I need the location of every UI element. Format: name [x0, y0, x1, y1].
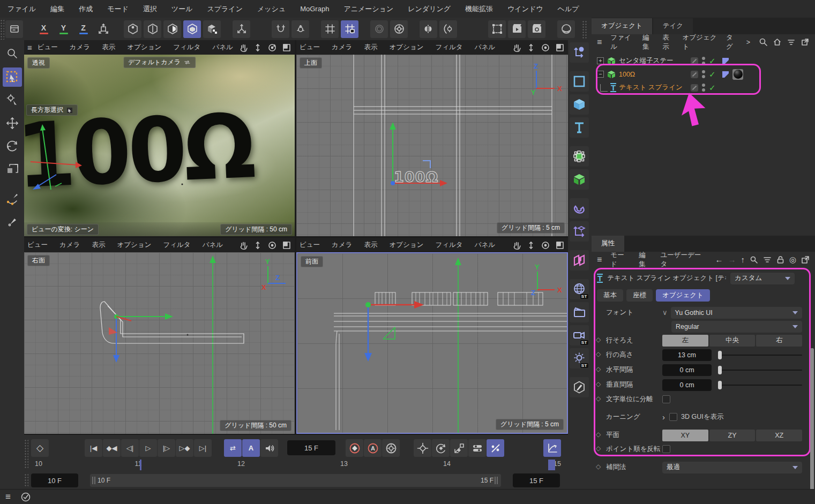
add-spline-icon[interactable]: [570, 71, 589, 92]
axis-lock-z-button[interactable]: Z: [74, 20, 92, 38]
viewport-menu-item[interactable]: カメラ: [332, 240, 352, 250]
transport-button[interactable]: ◆◀: [103, 439, 121, 457]
menubar-item[interactable]: 作成: [79, 4, 93, 14]
visibility-dots[interactable]: [702, 57, 705, 65]
object-name[interactable]: センタ端子ステー: [619, 56, 673, 65]
viewport-menu-item[interactable]: ビュー: [300, 240, 320, 250]
transport-button[interactable]: |◀: [85, 439, 102, 457]
viewport-top-canvas[interactable]: 100Ω Z X Y 上面 グリッド間隔 : 5: [296, 55, 568, 236]
viewport-front[interactable]: ビューカメラ表示オプションフィルタパネル: [296, 238, 568, 434]
add-stage-icon[interactable]: [570, 302, 589, 322]
timeline-playhead[interactable]: [140, 460, 141, 470]
enable-axis-icon[interactable]: [233, 20, 250, 38]
expand-icon[interactable]: +: [597, 57, 604, 64]
current-frame-field[interactable]: 15 F: [287, 440, 335, 455]
snap-settings-gear-icon[interactable]: [291, 20, 309, 38]
enable-check-icon[interactable]: ✓: [709, 70, 716, 79]
preset-dropdown[interactable]: カスタム: [730, 273, 795, 284]
viewport-menu-item[interactable]: 表示: [92, 240, 105, 250]
snap-magnet-icon[interactable]: [272, 20, 289, 38]
toggle-single-view-icon[interactable]: [555, 240, 565, 250]
toggle-single-view-icon[interactable]: [282, 43, 291, 52]
separate-checkbox[interactable]: [662, 395, 670, 403]
sound-button[interactable]: [260, 439, 278, 457]
add-light-icon[interactable]: ST: [570, 348, 589, 368]
target-icon[interactable]: ◎: [789, 255, 796, 265]
orbit-icon[interactable]: [541, 240, 550, 250]
plane-xz-button[interactable]: XZ: [756, 430, 802, 441]
transport-button[interactable]: ▷|: [194, 439, 212, 457]
viewport-front-canvas[interactable]: Y X Z 前面 グリッド間隔 : 5 cm: [296, 252, 568, 434]
viewport-menu-item[interactable]: カメラ: [59, 240, 80, 250]
active-camera-label[interactable]: デフォルトカメラ: [123, 57, 196, 68]
align-left-button[interactable]: 左: [662, 335, 708, 347]
om-menu-more[interactable]: >: [746, 39, 750, 46]
viewport-menu-item[interactable]: パネル: [203, 240, 223, 250]
attribute-scrollbar[interactable]: [810, 348, 814, 503]
line-height-slider[interactable]: [718, 349, 802, 361]
coordinate-system-icon[interactable]: [94, 20, 112, 38]
collapse-icon[interactable]: −: [597, 71, 604, 78]
dolly-icon[interactable]: [526, 240, 536, 250]
viewport-menu-item[interactable]: 表示: [102, 43, 115, 52]
add-text-spline-icon[interactable]: [570, 117, 589, 138]
am-menu-edit[interactable]: 編集: [639, 251, 652, 269]
scale-tool[interactable]: [3, 160, 22, 179]
add-generator-icon[interactable]: [570, 169, 589, 190]
align-center-button[interactable]: 中央: [709, 335, 756, 347]
key-scale-button[interactable]: [450, 439, 468, 457]
viewport-menu-item[interactable]: ビュー: [38, 43, 58, 52]
interactive-render-region-icon[interactable]: [370, 20, 388, 38]
toggle-single-view-icon[interactable]: [282, 240, 291, 250]
menubar-item[interactable]: ヘルプ: [558, 4, 579, 14]
autokey-button[interactable]: A: [242, 439, 260, 457]
render-view-icon[interactable]: [508, 20, 526, 38]
font-family-dropdown[interactable]: Yu Gothic UI: [671, 307, 802, 319]
render-options-icon[interactable]: [390, 20, 408, 38]
menubar-item[interactable]: ウインドウ: [507, 4, 543, 14]
keyframe-diamond-button[interactable]: ◇: [31, 439, 49, 457]
expand-chevron-icon[interactable]: ›: [662, 412, 665, 422]
visibility-dots[interactable]: [702, 84, 705, 92]
object-row-100ohm[interactable]: − 100Ω ✓: [592, 67, 815, 81]
rangebar-drag-handle[interactable]: [24, 473, 28, 487]
viewport-menu-item[interactable]: パネル: [475, 240, 495, 250]
range-slider[interactable]: 10 F 15 F: [90, 474, 501, 487]
undo-history-icon[interactable]: [5, 20, 23, 38]
rotate-tool[interactable]: [3, 137, 22, 156]
visibility-dots[interactable]: [702, 70, 705, 78]
dolly-icon[interactable]: [526, 43, 536, 52]
menubar-item[interactable]: レンダリング: [408, 4, 451, 14]
menubar-item[interactable]: スプライン: [207, 4, 243, 14]
line-height-input[interactable]: 13 cm: [662, 349, 712, 361]
font-style-dropdown[interactable]: Regular: [671, 321, 802, 333]
axis-lock-y-button[interactable]: Y: [55, 20, 72, 38]
plane-zy-button[interactable]: ZY: [709, 430, 756, 441]
dolly-icon[interactable]: [253, 43, 263, 52]
autokey-record-button[interactable]: A: [364, 439, 382, 457]
tab-takes[interactable]: テイク: [653, 18, 693, 34]
add-deformer-icon[interactable]: [570, 198, 589, 219]
timeline-drag-handle[interactable]: [24, 439, 28, 469]
history-forward-icon[interactable]: →: [728, 255, 736, 264]
v-spacing-input[interactable]: 0 cm: [662, 379, 712, 391]
pan-hand-icon[interactable]: [238, 240, 248, 250]
kerning-3dgui-checkbox[interactable]: [669, 413, 677, 421]
h-spacing-input[interactable]: 0 cm: [662, 364, 712, 376]
viewport-menu-item[interactable]: フィルタ: [173, 43, 200, 52]
viewport-menu-item[interactable]: カメラ: [70, 43, 90, 52]
viewport-menu-item[interactable]: オプション: [389, 43, 423, 52]
phong-tag-icon[interactable]: [722, 57, 729, 65]
layer-toggle-icon[interactable]: [691, 71, 698, 78]
add-mograph-cloner-icon[interactable]: [570, 250, 589, 270]
keying-settings-button[interactable]: [382, 439, 400, 457]
fcurve-editor-button[interactable]: [543, 439, 561, 457]
om-menu-objects[interactable]: オブジェクト: [683, 33, 717, 51]
move-tool[interactable]: [3, 114, 22, 133]
history-back-icon[interactable]: ←: [715, 255, 723, 264]
status-menu-icon[interactable]: ≡: [5, 492, 11, 502]
layer-toggle-icon[interactable]: [691, 57, 698, 65]
viewport-menu-item[interactable]: ビュー: [300, 43, 320, 52]
h-spacing-slider[interactable]: [718, 364, 802, 376]
transport-button[interactable]: ◁|: [121, 439, 139, 457]
